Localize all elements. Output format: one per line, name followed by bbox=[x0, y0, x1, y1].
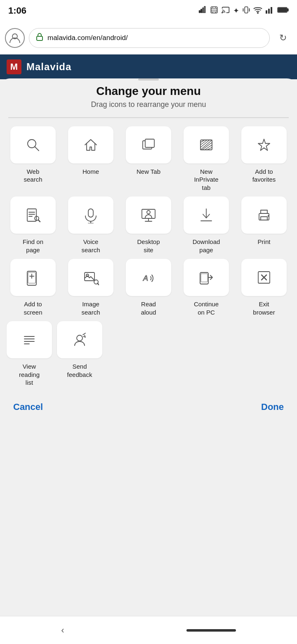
svg-rect-34 bbox=[88, 209, 93, 217]
signal-icon bbox=[198, 6, 207, 16]
menu-item-send-feedback[interactable]: Sendfeedback bbox=[57, 321, 102, 387]
find-on-page-icon-box bbox=[10, 197, 56, 234]
menu-item-find-on-page[interactable]: Find onpage bbox=[7, 197, 59, 254]
menu-item-web-search[interactable]: Websearch bbox=[7, 126, 59, 192]
svg-rect-0 bbox=[199, 10, 200, 12]
svg-line-17 bbox=[35, 147, 39, 151]
svg-rect-56 bbox=[201, 274, 207, 282]
continue-on-pc-icon bbox=[198, 269, 214, 286]
menu-item-read-aloud[interactable]: A Readaloud bbox=[122, 259, 175, 316]
menu-item-download-page[interactable]: Downloadpage bbox=[180, 197, 233, 254]
favorites-icon-box bbox=[241, 126, 287, 163]
feedback-label: Sendfeedback bbox=[67, 362, 92, 379]
home-indicator bbox=[186, 629, 236, 632]
new-tab-icon bbox=[140, 137, 157, 153]
image-search-icon bbox=[82, 269, 99, 286]
menu-item-image-search[interactable]: Imagesearch bbox=[64, 259, 117, 316]
home-icon bbox=[82, 137, 99, 153]
menu-item-exit-browser[interactable]: Exitbrowser bbox=[238, 259, 290, 316]
menu-item-print[interactable]: Print bbox=[238, 197, 290, 254]
continue-pc-icon-box bbox=[184, 259, 229, 296]
site-logo: M bbox=[7, 59, 21, 74]
user-avatar[interactable] bbox=[5, 28, 25, 48]
inprivate-icon-box bbox=[184, 126, 229, 163]
menu-item-continue-on-pc[interactable]: Continueon PC bbox=[180, 259, 233, 316]
svg-rect-10 bbox=[271, 7, 272, 14]
cancel-button[interactable]: Cancel bbox=[13, 402, 43, 412]
divider bbox=[8, 117, 289, 118]
svg-rect-15 bbox=[37, 36, 42, 40]
read-aloud-icon-box: A bbox=[126, 259, 171, 296]
svg-point-7 bbox=[257, 12, 258, 13]
svg-rect-4 bbox=[211, 7, 217, 13]
menu-item-add-to-screen[interactable]: Add toscreen bbox=[7, 259, 59, 316]
download-label: Downloadpage bbox=[193, 238, 220, 254]
continue-on-pc-label: Continueon PC bbox=[194, 300, 219, 316]
menu-item-new-inprivate-tab[interactable]: NewInPrivatetab bbox=[180, 126, 233, 192]
status-icons: ✦ bbox=[198, 6, 289, 16]
inprivate-icon bbox=[198, 137, 214, 153]
image-search-icon-box bbox=[68, 259, 113, 296]
print-icon-box bbox=[241, 197, 287, 234]
cast-icon bbox=[222, 6, 230, 16]
reload-button[interactable]: ↻ bbox=[274, 29, 292, 47]
exit-icon-box bbox=[241, 259, 287, 296]
svg-rect-44 bbox=[261, 217, 267, 220]
home-label: Home bbox=[82, 168, 99, 176]
svg-point-64 bbox=[77, 335, 82, 341]
star-icon bbox=[256, 137, 272, 153]
bottom-sheet: Change your menu Drag icons to rearrange… bbox=[0, 78, 297, 425]
favorites-label: Add tofavorites bbox=[252, 168, 276, 184]
done-button[interactable]: Done bbox=[261, 402, 284, 412]
svg-rect-13 bbox=[278, 8, 287, 12]
menu-item-add-to-favorites[interactable]: Add tofavorites bbox=[238, 126, 290, 192]
image-search-label: Imagesearch bbox=[81, 300, 100, 316]
menu-item-voice-search[interactable]: Voicesearch bbox=[64, 197, 117, 254]
voice-search-icon-box bbox=[68, 197, 113, 234]
svg-rect-6 bbox=[245, 7, 248, 13]
svg-point-45 bbox=[268, 215, 269, 217]
search-icon bbox=[25, 137, 41, 153]
site-name: Malavida bbox=[26, 61, 71, 73]
reading-list-icon-box bbox=[7, 321, 52, 358]
svg-point-40 bbox=[147, 211, 150, 214]
exit-browser-icon bbox=[256, 269, 272, 286]
voice-search-label: Voicesearch bbox=[81, 238, 100, 254]
reading-list-icon bbox=[21, 331, 38, 348]
browser-bar: malavida.com/en/android/ ↻ bbox=[0, 21, 297, 54]
web-search-icon-box bbox=[10, 126, 56, 163]
svg-text:A: A bbox=[143, 274, 148, 282]
download-icon bbox=[198, 207, 214, 223]
sheet-actions: Cancel Done bbox=[0, 392, 297, 417]
add-to-screen-icon bbox=[25, 269, 41, 286]
url-bar[interactable]: malavida.com/en/android/ bbox=[29, 28, 270, 48]
menu-item-home[interactable]: Home bbox=[64, 126, 117, 192]
new-tab-icon-box bbox=[126, 126, 171, 163]
svg-rect-1 bbox=[201, 9, 202, 12]
bluetooth-icon: ✦ bbox=[233, 6, 239, 15]
svg-point-5 bbox=[222, 12, 223, 13]
menu-item-view-reading-list[interactable]: Viewreadinglist bbox=[7, 321, 52, 387]
svg-line-65 bbox=[83, 333, 85, 335]
svg-rect-3 bbox=[204, 6, 205, 12]
inprivate-label: NewInPrivatetab bbox=[194, 168, 218, 192]
feedback-icon bbox=[71, 331, 88, 348]
reading-list-label: Viewreadinglist bbox=[19, 362, 40, 387]
menu-item-desktop-site[interactable]: Desktopsite bbox=[122, 197, 175, 254]
signal3-icon bbox=[266, 6, 274, 16]
svg-rect-12 bbox=[287, 9, 288, 11]
feedback-icon-box bbox=[57, 321, 102, 358]
svg-line-53 bbox=[98, 284, 99, 285]
desktop-label: Desktopsite bbox=[137, 238, 160, 254]
read-aloud-label: Readaloud bbox=[141, 300, 156, 316]
menu-item-new-tab[interactable]: New Tab bbox=[122, 126, 175, 192]
battery-icon bbox=[277, 7, 289, 15]
wifi-icon bbox=[253, 6, 262, 16]
add-screen-icon-box bbox=[10, 259, 56, 296]
sheet-handle bbox=[138, 78, 159, 80]
status-time: 1:06 bbox=[8, 5, 26, 16]
back-button[interactable]: ‹ bbox=[61, 625, 64, 636]
website-peek: M Malavida bbox=[0, 54, 297, 79]
url-text: malavida.com/en/android/ bbox=[47, 34, 128, 42]
desktop-icon bbox=[140, 207, 157, 223]
